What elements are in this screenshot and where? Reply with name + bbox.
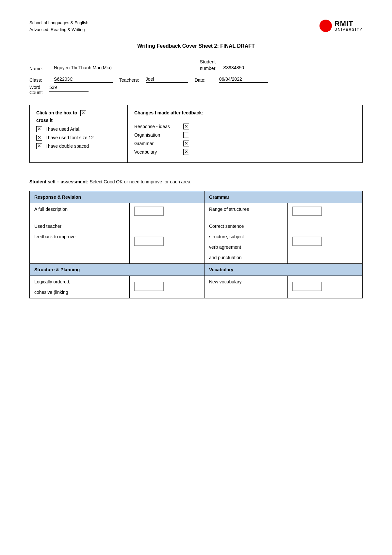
col1-header: Response & Revision [30, 191, 204, 203]
range-structures-input[interactable] [292, 207, 322, 216]
changes-row-grammar: Grammar [134, 141, 356, 146]
response-ideas-label: Response - ideas [134, 124, 180, 129]
vocabulary-label: Vocabulary [134, 149, 180, 155]
name-label: Name: [29, 66, 47, 71]
class-value: S62203C [54, 76, 113, 83]
correct-sentence-input-cell [287, 220, 362, 263]
student-number-value: S3934850 [223, 65, 363, 71]
teachers-label: Teachers: [119, 77, 139, 83]
changes-row-organisation: Organisation [134, 132, 356, 138]
organisation-checkbox[interactable] [183, 132, 189, 138]
date-value: 06/04/2022 [219, 76, 268, 83]
self-assessment-section: Student self – assessment: Select Good O… [29, 179, 363, 298]
used-teacher-input-cell [129, 220, 204, 263]
vocabulary-checkbox[interactable] [183, 149, 189, 155]
click-on-box-label: Click on the box to [36, 110, 77, 115]
rmit-text: RMIT UNIVERSITY [335, 20, 363, 31]
rmit-name: RMIT [335, 20, 363, 27]
checkbox-right: Changes I made after feedback: Response … [128, 105, 362, 162]
self-assessment-normal: Select Good OK or need to improve for ea… [89, 179, 190, 184]
rmit-circle-icon [319, 20, 332, 32]
table-row-3: Logically ordered, cohesive (linking New… [30, 276, 363, 298]
checkbox-row-arial: I have used Arial. [36, 126, 121, 132]
new-vocabulary-input[interactable] [292, 282, 322, 291]
school-line2: Advanced: Reading & Writing [29, 26, 89, 33]
doublespaced-label: I have double spaced [45, 143, 89, 149]
correct-sentence-label: Correct sentence structure, subject verb… [204, 220, 287, 263]
rmit-logo: RMIT UNIVERSITY [319, 20, 363, 32]
col2-header: Grammar [204, 191, 362, 203]
fontsize-label: I have used font size 12 [45, 135, 94, 140]
full-description-input[interactable] [134, 207, 164, 216]
name-value: Nguyen Thi Thanh Mai (Mia) [54, 65, 193, 71]
full-description-label: A full description [30, 203, 130, 220]
self-assessment-title: Student self – assessment: Select Good O… [29, 179, 363, 184]
range-structures-input-cell [287, 203, 362, 220]
organisation-label: Organisation [134, 132, 180, 138]
new-vocabulary-input-cell [287, 276, 362, 298]
student-number-label-line1: Student [200, 59, 217, 65]
table-row-1: A full description Range of structures [30, 203, 363, 220]
logically-ordered-input[interactable] [134, 282, 164, 291]
changes-row-response: Response - ideas [134, 124, 356, 129]
form-section: Name: Nguyen Thi Thanh Mai (Mia) Student… [29, 59, 363, 95]
date-label: Date: [195, 77, 213, 83]
correct-sentence-input[interactable] [292, 237, 322, 246]
doublespaced-checkbox[interactable] [36, 143, 42, 149]
checkbox-row-fontsize: I have used font size 12 [36, 135, 121, 141]
response-ideas-checkbox[interactable] [183, 124, 189, 129]
school-info: School of Languages & English Advanced: … [29, 20, 89, 33]
changes-header: Changes I made after feedback: [134, 110, 356, 115]
teachers-value: Joel [146, 76, 188, 83]
grammar-label: Grammar [134, 141, 180, 146]
word-count-label-line2: Count: [29, 90, 47, 95]
range-structures-label: Range of structures [204, 203, 287, 220]
arial-checkbox[interactable] [36, 126, 42, 132]
fontsize-checkbox[interactable] [36, 135, 42, 141]
cross-it-label: cross it [36, 118, 121, 123]
full-description-input-cell [129, 203, 204, 220]
page-header: School of Languages & English Advanced: … [29, 20, 363, 33]
logically-ordered-input-cell [129, 276, 204, 298]
checkbox-left: Click on the box to cross it I have used… [30, 105, 128, 162]
structure-planning-header: Structure & Planning [30, 263, 204, 276]
used-teacher-input[interactable] [134, 237, 164, 246]
assessment-table: Response & Revision Grammar A full descr… [29, 191, 363, 298]
logically-ordered-label: Logically ordered, cohesive (linking [30, 276, 130, 298]
used-teacher-label: Used teacher feedback to improve [30, 220, 130, 263]
table-row-header-2: Structure & Planning Vocabulary [30, 263, 363, 276]
table-row-2: Used teacher feedback to improve Correct… [30, 220, 363, 263]
checkbox-section: Click on the box to cross it I have used… [29, 105, 363, 163]
table-header-row: Response & Revision Grammar [30, 191, 363, 203]
grammar-checkbox[interactable] [183, 141, 189, 146]
changes-row-vocabulary: Vocabulary [134, 149, 356, 155]
word-count-label-line1: Word [29, 85, 47, 90]
student-number-label-line2: number: [200, 65, 217, 71]
name-row: Name: Nguyen Thi Thanh Mai (Mia) Student… [29, 59, 363, 71]
header-checkbox[interactable] [80, 110, 86, 116]
self-assessment-bold: Student self – assessment: [29, 179, 89, 184]
student-number-block: Student number: [200, 59, 217, 71]
word-count-value: 539 [49, 85, 89, 90]
arial-label: I have used Arial. [45, 126, 80, 132]
rmit-university: UNIVERSITY [335, 27, 363, 31]
checkbox-row-doublespaced: I have double spaced [36, 143, 121, 149]
page-title: Writing Feedback Cover Sheet 2: FINAL DR… [29, 43, 363, 49]
class-label: Class: [29, 77, 47, 83]
vocabulary-header: Vocabulary [204, 263, 362, 276]
new-vocabulary-label: New vocabulary [204, 276, 287, 298]
school-line1: School of Languages & English [29, 20, 89, 26]
